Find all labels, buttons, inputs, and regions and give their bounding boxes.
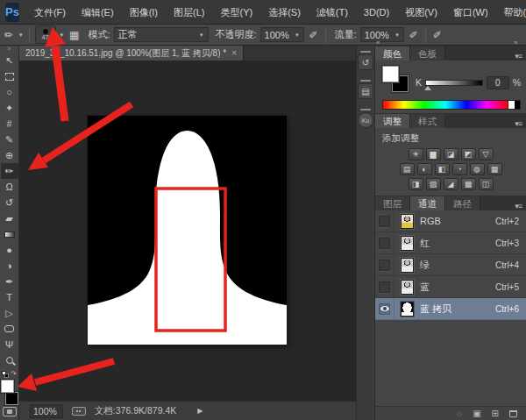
- properties-panel-button[interactable]: ▤: [358, 80, 374, 103]
- collapse-dock-icon[interactable]: »: [514, 39, 516, 46]
- brush-preset-picker[interactable]: 47: [35, 25, 56, 44]
- tab-color[interactable]: 颜色: [375, 46, 410, 61]
- curves-icon[interactable]: ◪: [444, 148, 458, 160]
- color-lookup-icon[interactable]: ▦: [487, 163, 502, 175]
- new-channel-icon[interactable]: ⊞: [492, 409, 499, 418]
- menu-item-10[interactable]: 窗口(W): [445, 0, 496, 25]
- channel-row-蓝-拷贝[interactable]: 蓝 拷贝Ctrl+6: [375, 298, 526, 320]
- threshold-icon[interactable]: ◢: [444, 178, 458, 190]
- save-selection-icon[interactable]: ▣: [473, 409, 480, 418]
- k-value-field[interactable]: 0: [487, 76, 509, 89]
- gradient-tool[interactable]: [1, 226, 18, 242]
- menu-item-7[interactable]: 滤镜(T): [309, 0, 356, 25]
- brush-tool-icon[interactable]: ✏: [3, 29, 15, 41]
- crop-tool[interactable]: #: [1, 116, 18, 132]
- channel-row-红[interactable]: 红Ctrl+3: [375, 232, 526, 254]
- hue-saturation-icon[interactable]: ▤: [400, 163, 415, 175]
- path-selection-tool[interactable]: ▷: [1, 305, 18, 321]
- k-slider-thumb[interactable]: [424, 86, 431, 90]
- visibility-toggle[interactable]: [375, 298, 394, 320]
- menu-item-4[interactable]: 图层(L): [166, 0, 212, 25]
- spectrum-black-cell[interactable]: [514, 101, 520, 109]
- panel-foreground-swatch[interactable]: [382, 66, 399, 82]
- history-brush-tool[interactable]: ↺: [1, 195, 18, 210]
- shape-tool[interactable]: [1, 321, 18, 337]
- screen-mode-button[interactable]: [3, 407, 17, 416]
- eraser-tool[interactable]: ▰: [1, 210, 18, 226]
- dodge-tool[interactable]: ◑: [1, 258, 18, 274]
- tab-adjustments[interactable]: 调整: [375, 114, 410, 128]
- pressure-opacity-icon[interactable]: ✐: [308, 29, 320, 41]
- tab-channels[interactable]: 通道: [410, 196, 445, 210]
- menu-item-11[interactable]: 帮助(H): [496, 0, 526, 25]
- levels-icon[interactable]: ▆: [426, 148, 441, 160]
- default-colors-icon[interactable]: [2, 371, 9, 378]
- gradient-map-icon[interactable]: ▩: [461, 178, 476, 190]
- status-menu-arrow-icon[interactable]: ▶: [197, 407, 203, 415]
- menu-item-5[interactable]: 类型(Y): [212, 0, 260, 25]
- mode-dropdown[interactable]: 正常 ▾: [114, 27, 209, 42]
- menu-item-3[interactable]: 图像(I): [122, 0, 166, 25]
- channel-row-蓝[interactable]: 蓝Ctrl+5: [375, 276, 526, 298]
- exposure-icon[interactable]: ◩: [461, 148, 476, 160]
- flow-dropdown[interactable]: 100% ▾: [360, 27, 404, 42]
- rectangular-marquee-tool[interactable]: [1, 68, 18, 84]
- history-panel-button[interactable]: ↺: [358, 51, 374, 74]
- background-color-swatch[interactable]: [5, 392, 18, 405]
- tab-swatches[interactable]: 色板: [410, 46, 445, 61]
- hand-tool[interactable]: Ψ: [1, 337, 18, 352]
- tab-paths[interactable]: 路径: [445, 196, 480, 210]
- toolbar-collapse-icon[interactable]: »: [8, 46, 11, 53]
- foreground-color-swatch[interactable]: [1, 380, 14, 393]
- load-selection-icon[interactable]: ◌: [457, 409, 462, 418]
- visibility-toggle[interactable]: [375, 210, 394, 232]
- menu-item-6[interactable]: 选择(S): [260, 0, 309, 25]
- tab-layers[interactable]: 图层: [375, 196, 410, 210]
- delete-channel-icon[interactable]: [509, 410, 517, 417]
- panel-menu-icon[interactable]: ▾≡: [515, 202, 526, 210]
- document-tab[interactable]: 2019_31_10.16.51.jpg @ 100%(图层 1, 蓝 拷贝/8…: [19, 46, 244, 61]
- channel-row-RGB[interactable]: RGBCtrl+2: [375, 210, 526, 232]
- spot-healing-brush-tool[interactable]: ⊕: [1, 147, 18, 163]
- panel-menu-icon[interactable]: ▾≡: [515, 52, 526, 61]
- expand-dock-icon[interactable]: «: [376, 39, 379, 46]
- vibrance-icon[interactable]: ▽: [479, 148, 494, 160]
- photo-filter-icon[interactable]: ◔: [452, 163, 467, 175]
- pressure-size-icon[interactable]: ✐: [431, 29, 444, 41]
- invert-icon[interactable]: ◨: [409, 178, 423, 190]
- panel-menu-icon[interactable]: ▾≡: [515, 119, 526, 128]
- eyedropper-tool[interactable]: ✎: [1, 132, 18, 147]
- menu-item-9[interactable]: 视图(V): [397, 0, 445, 25]
- black-white-icon[interactable]: ◧: [435, 163, 450, 175]
- type-tool[interactable]: T: [1, 289, 18, 305]
- brush-preset-caret-icon[interactable]: ▾: [60, 32, 65, 39]
- color-balance-icon[interactable]: ◐: [417, 163, 432, 175]
- airbrush-icon[interactable]: ✐: [408, 29, 420, 41]
- brightness-contrast-icon[interactable]: ☀: [409, 148, 423, 160]
- swap-colors-icon[interactable]: ↷: [11, 371, 17, 378]
- toggle-brush-panel-icon[interactable]: ▦: [68, 29, 81, 41]
- tab-styles[interactable]: 样式: [410, 114, 445, 128]
- color-spectrum-ramp[interactable]: [382, 100, 521, 110]
- zoom-tool[interactable]: [1, 352, 18, 368]
- selective-color-icon[interactable]: ◫: [479, 178, 494, 190]
- tab-close-icon[interactable]: ×: [231, 48, 237, 58]
- zoom-level-field[interactable]: 100%: [30, 404, 63, 418]
- channel-mixer-icon[interactable]: ◍: [470, 163, 485, 175]
- brush-tool[interactable]: ✏: [1, 163, 18, 179]
- visibility-toggle[interactable]: [375, 254, 394, 276]
- lasso-tool[interactable]: ○: [1, 84, 18, 100]
- move-tool[interactable]: ↖: [1, 53, 18, 68]
- quick-selection-tool[interactable]: ✦: [1, 100, 18, 116]
- pen-tool[interactable]: ✒: [1, 274, 18, 289]
- posterize-icon[interactable]: ▨: [426, 178, 441, 190]
- blur-tool[interactable]: ●: [1, 242, 18, 258]
- menu-item-2[interactable]: 编辑(E): [74, 0, 122, 25]
- visibility-toggle[interactable]: [375, 232, 394, 254]
- menu-item-1[interactable]: 文件(F): [26, 0, 74, 25]
- spectrum-white-cell[interactable]: [508, 101, 514, 109]
- clone-stamp-tool[interactable]: Ω: [1, 179, 18, 195]
- k-slider[interactable]: [425, 80, 483, 86]
- visibility-toggle[interactable]: [375, 276, 394, 298]
- tool-preset-caret-icon[interactable]: ▾: [18, 32, 24, 39]
